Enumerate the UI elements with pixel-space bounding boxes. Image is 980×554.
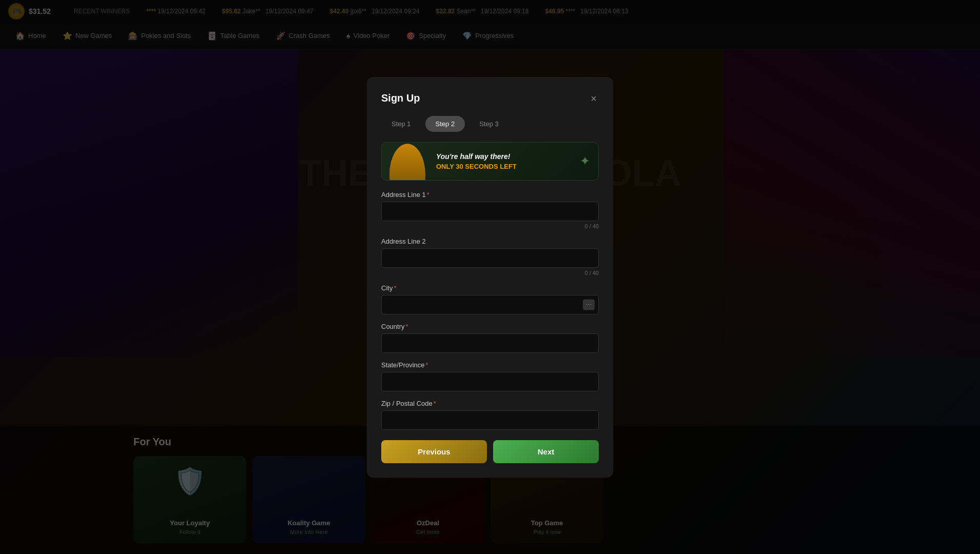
modal-title: Sign Up	[381, 92, 420, 104]
modal-header: Sign Up ×	[381, 91, 599, 106]
char-count-address2: 0 / 40	[381, 270, 599, 276]
close-button[interactable]: ×	[589, 91, 599, 106]
step-1-button[interactable]: Step 1	[381, 116, 421, 132]
signup-modal: Sign Up × Step 1 Step 2 Step 3 You're ha…	[367, 77, 613, 478]
banner-main-text: You're half way there!	[436, 152, 572, 161]
input-zip[interactable]	[381, 410, 599, 430]
modal-overlay: Sign Up × Step 1 Step 2 Step 3 You're ha…	[0, 0, 980, 554]
label-address2: Address Line 2	[381, 238, 599, 245]
field-address2: Address Line 2 0 / 40	[381, 238, 599, 276]
label-country: Country*	[381, 323, 599, 330]
input-address1[interactable]	[381, 202, 599, 221]
previous-button[interactable]: Previous	[381, 440, 487, 463]
label-address1: Address Line 1*	[381, 191, 599, 199]
step-3-button[interactable]: Step 3	[469, 116, 509, 132]
input-city[interactable]	[381, 295, 599, 314]
field-address1: Address Line 1* 0 / 40	[381, 191, 599, 229]
modal-footer: Previous Next	[381, 440, 599, 463]
field-zip: Zip / Postal Code*	[381, 400, 599, 430]
banner-sub-text: ONLY 30 SECONDS LEFT	[436, 163, 572, 170]
city-input-wrapper: ⋯	[381, 295, 599, 314]
field-state: State/Province*	[381, 361, 599, 391]
field-country: Country*	[381, 323, 599, 353]
label-zip: Zip / Postal Code*	[381, 400, 599, 407]
input-country[interactable]	[381, 333, 599, 353]
next-button[interactable]: Next	[493, 440, 599, 463]
city-picker-button[interactable]: ⋯	[583, 299, 595, 310]
field-city: City* ⋯	[381, 284, 599, 314]
banner-decoration: ✦	[580, 154, 590, 168]
input-address2[interactable]	[381, 248, 599, 268]
char-count-address1: 0 / 40	[381, 223, 599, 229]
input-state[interactable]	[381, 372, 599, 391]
banner-text-area: You're half way there! ONLY 30 SECONDS L…	[428, 152, 580, 170]
signup-banner: You're half way there! ONLY 30 SECONDS L…	[381, 142, 599, 181]
banner-character	[387, 142, 428, 181]
label-state: State/Province*	[381, 361, 599, 369]
label-city: City*	[381, 284, 599, 292]
steps-row: Step 1 Step 2 Step 3	[381, 116, 599, 132]
step-2-button[interactable]: Step 2	[425, 116, 465, 132]
